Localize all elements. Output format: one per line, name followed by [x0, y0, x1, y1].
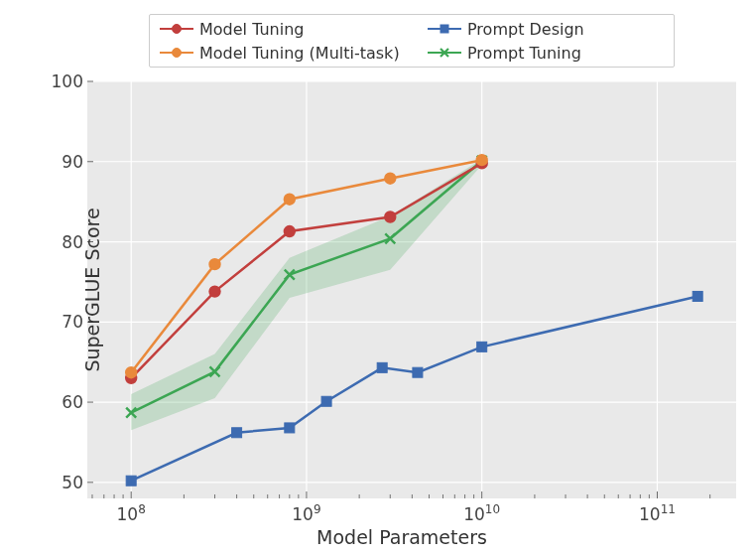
svg-rect-59 — [693, 291, 702, 301]
legend-item-model-tuning: Model Tuning — [160, 20, 428, 39]
svg-point-63 — [385, 211, 395, 221]
svg-rect-57 — [413, 367, 423, 377]
svg-point-61 — [209, 286, 219, 296]
plot-svg — [87, 81, 736, 498]
legend-item-model-tuning-multitask: Model Tuning (Multi-task) — [160, 44, 428, 63]
y-axis-title: SuperGLUE Score — [81, 208, 103, 371]
legend-swatch-model-tuning-multitask — [160, 45, 193, 61]
y-tick-label: 100 — [44, 71, 83, 91]
x-tick-label: 109 — [292, 502, 320, 524]
legend-swatch-model-tuning — [160, 21, 193, 37]
y-tick-label: 50 — [44, 473, 83, 492]
y-tick-label: 90 — [44, 152, 83, 172]
plot-area — [87, 81, 736, 498]
legend-label: Model Tuning (Multi-task) — [199, 44, 400, 63]
svg-rect-58 — [477, 342, 487, 351]
x-tick-label: 108 — [117, 502, 146, 524]
figure: Model Tuning Prompt Design Model Tuning … — [0, 0, 756, 556]
svg-rect-52 — [126, 476, 136, 486]
svg-rect-53 — [232, 428, 242, 438]
y-tick-label: 60 — [44, 392, 83, 412]
x-tick-label: 1010 — [463, 502, 500, 524]
legend-item-prompt-design: Prompt Design — [428, 20, 626, 39]
y-tick-label: 70 — [44, 312, 83, 332]
y-tick-label: 80 — [44, 232, 83, 252]
legend-label: Prompt Tuning — [467, 44, 581, 63]
x-axis-title: Model Parameters — [24, 526, 756, 548]
legend-label: Prompt Design — [467, 20, 584, 39]
svg-point-67 — [285, 195, 295, 205]
x-tick-label: 1011 — [639, 502, 676, 524]
svg-rect-56 — [377, 362, 387, 372]
legend: Model Tuning Prompt Design Model Tuning … — [149, 14, 675, 68]
legend-label: Model Tuning — [199, 20, 305, 39]
svg-point-66 — [209, 259, 219, 269]
svg-point-68 — [385, 174, 395, 184]
legend-swatch-prompt-design — [428, 21, 461, 37]
svg-point-62 — [285, 226, 295, 236]
svg-point-65 — [126, 367, 136, 377]
svg-rect-55 — [321, 396, 331, 406]
svg-rect-54 — [285, 423, 295, 433]
svg-point-69 — [477, 155, 487, 165]
legend-swatch-prompt-tuning — [428, 45, 461, 61]
legend-item-prompt-tuning: Prompt Tuning — [428, 44, 626, 63]
